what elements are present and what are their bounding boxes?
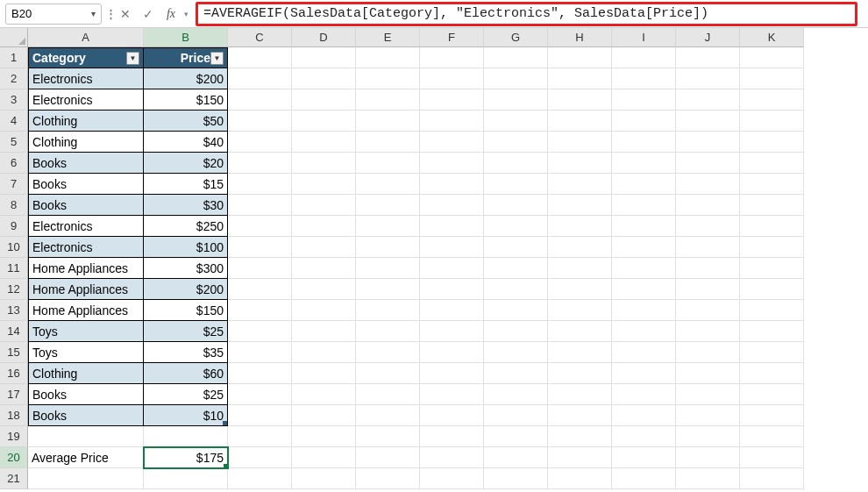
table-cell[interactable]: $150 bbox=[144, 89, 228, 111]
cell[interactable] bbox=[612, 89, 676, 111]
cell[interactable] bbox=[228, 111, 292, 132]
cell[interactable] bbox=[676, 132, 740, 153]
table-cell[interactable]: $10 bbox=[144, 405, 228, 426]
cell[interactable] bbox=[228, 132, 292, 153]
cell[interactable] bbox=[228, 47, 292, 68]
cell[interactable] bbox=[548, 384, 612, 405]
cell[interactable] bbox=[548, 153, 612, 174]
table-cell[interactable]: $40 bbox=[144, 132, 228, 153]
cell[interactable] bbox=[420, 47, 484, 68]
table-cell[interactable]: $25 bbox=[144, 384, 228, 405]
cell[interactable] bbox=[548, 258, 612, 279]
enter-button[interactable]: ✓ bbox=[139, 4, 158, 24]
cell[interactable] bbox=[548, 321, 612, 342]
cell[interactable] bbox=[740, 447, 804, 468]
row-header[interactable]: 6 bbox=[0, 153, 28, 174]
table-cell[interactable]: $150 bbox=[144, 300, 228, 321]
cell[interactable] bbox=[548, 68, 612, 89]
table-header-category[interactable]: Category▼ bbox=[28, 47, 144, 68]
cell[interactable] bbox=[484, 237, 548, 258]
cell[interactable] bbox=[484, 132, 548, 153]
cell[interactable] bbox=[676, 47, 740, 68]
row-header[interactable]: 21 bbox=[0, 468, 28, 489]
cell[interactable] bbox=[356, 68, 420, 89]
cell[interactable] bbox=[612, 195, 676, 216]
table-cell[interactable]: $50 bbox=[144, 111, 228, 132]
column-header[interactable]: I bbox=[612, 28, 676, 47]
cell[interactable] bbox=[676, 153, 740, 174]
cell[interactable] bbox=[292, 153, 356, 174]
cell[interactable] bbox=[612, 300, 676, 321]
cell[interactable] bbox=[292, 447, 356, 468]
cell[interactable] bbox=[484, 447, 548, 468]
cell[interactable] bbox=[420, 153, 484, 174]
column-header[interactable]: H bbox=[548, 28, 612, 47]
cell[interactable] bbox=[740, 363, 804, 384]
cell[interactable] bbox=[612, 111, 676, 132]
cell[interactable] bbox=[676, 447, 740, 468]
row-header[interactable]: 1 bbox=[0, 47, 28, 68]
formula-input[interactable]: =AVERAGEIF(SalesData[Category], "Electro… bbox=[203, 6, 708, 21]
cell[interactable] bbox=[612, 216, 676, 237]
column-header[interactable]: A bbox=[28, 28, 144, 47]
cell[interactable] bbox=[292, 258, 356, 279]
cell[interactable] bbox=[740, 300, 804, 321]
chevron-down-icon[interactable]: ▾ bbox=[91, 9, 96, 18]
cell[interactable] bbox=[612, 363, 676, 384]
cell[interactable] bbox=[28, 468, 144, 489]
cell[interactable] bbox=[548, 468, 612, 489]
summary-label[interactable]: Average Price bbox=[28, 447, 144, 468]
cell[interactable] bbox=[484, 47, 548, 68]
cell[interactable] bbox=[420, 237, 484, 258]
cell[interactable] bbox=[740, 195, 804, 216]
cell[interactable] bbox=[356, 258, 420, 279]
summary-value-selected[interactable]: $175 bbox=[144, 447, 228, 468]
cell[interactable] bbox=[420, 342, 484, 363]
cell[interactable] bbox=[228, 426, 292, 447]
cell[interactable] bbox=[228, 363, 292, 384]
cell[interactable] bbox=[228, 279, 292, 300]
cell[interactable] bbox=[484, 111, 548, 132]
cell[interactable] bbox=[292, 195, 356, 216]
cell[interactable] bbox=[676, 342, 740, 363]
cell[interactable] bbox=[612, 258, 676, 279]
cell[interactable] bbox=[292, 132, 356, 153]
cell[interactable] bbox=[612, 47, 676, 68]
table-cell[interactable]: Home Appliances bbox=[28, 300, 144, 321]
cell[interactable] bbox=[484, 363, 548, 384]
cell[interactable] bbox=[356, 174, 420, 195]
cell[interactable] bbox=[484, 468, 548, 489]
cell[interactable] bbox=[420, 426, 484, 447]
cell[interactable] bbox=[228, 405, 292, 426]
cell[interactable] bbox=[548, 216, 612, 237]
cell[interactable] bbox=[612, 132, 676, 153]
cell[interactable] bbox=[292, 111, 356, 132]
cell[interactable] bbox=[420, 405, 484, 426]
cell[interactable] bbox=[420, 68, 484, 89]
cell[interactable] bbox=[484, 216, 548, 237]
cell[interactable] bbox=[356, 216, 420, 237]
cell[interactable] bbox=[676, 216, 740, 237]
cell[interactable] bbox=[228, 342, 292, 363]
row-header[interactable]: 10 bbox=[0, 237, 28, 258]
cell[interactable] bbox=[484, 195, 548, 216]
cell[interactable] bbox=[356, 279, 420, 300]
cell[interactable] bbox=[740, 342, 804, 363]
cell[interactable] bbox=[612, 468, 676, 489]
cell[interactable] bbox=[228, 384, 292, 405]
cell[interactable] bbox=[420, 279, 484, 300]
table-cell[interactable]: $35 bbox=[144, 342, 228, 363]
column-header[interactable]: D bbox=[292, 28, 356, 47]
cell[interactable] bbox=[740, 47, 804, 68]
row-header[interactable]: 4 bbox=[0, 111, 28, 132]
cell[interactable] bbox=[548, 405, 612, 426]
cell[interactable] bbox=[612, 68, 676, 89]
cell[interactable] bbox=[484, 258, 548, 279]
cell[interactable] bbox=[548, 132, 612, 153]
table-cell[interactable]: Electronics bbox=[28, 89, 144, 111]
cell[interactable] bbox=[228, 300, 292, 321]
cell[interactable] bbox=[740, 174, 804, 195]
cell[interactable] bbox=[676, 384, 740, 405]
cell[interactable] bbox=[356, 384, 420, 405]
cell[interactable] bbox=[292, 47, 356, 68]
